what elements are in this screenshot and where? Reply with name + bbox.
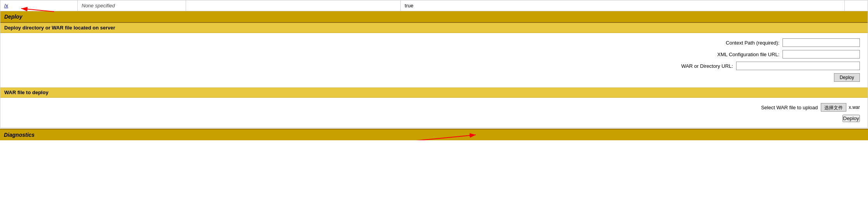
context-path-label: Context Path (required): xyxy=(726,40,779,46)
war-upload-subsection-header: WAR file to deploy xyxy=(0,88,868,98)
deploy-section: Deploy Deploy directory or WAR file loca… xyxy=(0,11,868,128)
diagnostics-title: Diagnostics xyxy=(4,132,34,138)
action-cell xyxy=(845,0,868,11)
context-path-input[interactable] xyxy=(783,38,860,47)
empty-cell xyxy=(186,0,401,11)
deploy-section-header: Deploy xyxy=(0,11,868,23)
war-dir-url-input[interactable] xyxy=(736,62,860,70)
deploy-server-form: Context Path (required): XML Configurati… xyxy=(0,33,868,88)
file-name-display: x.war xyxy=(849,105,860,110)
xml-config-input[interactable] xyxy=(783,50,860,59)
war-dir-url-row: WAR or Directory URL: xyxy=(0,60,868,72)
context-path-row: Context Path (required): xyxy=(0,37,868,48)
war-select-row: Select WAR file to upload 选择文件 x.war xyxy=(0,102,868,113)
diagnostics-section-header: Diagnostics xyxy=(0,129,868,140)
deploy-server-subsection-header: Deploy directory or WAR file located on … xyxy=(0,23,868,33)
file-input-container: 选择文件 x.war xyxy=(821,103,860,112)
deploy-title: Deploy xyxy=(4,14,22,20)
app-table: /x None specified true xyxy=(0,0,868,11)
war-upload-title: WAR file to deploy xyxy=(4,90,48,95)
none-specified: None specified xyxy=(78,0,186,11)
war-dir-url-label: WAR or Directory URL: xyxy=(681,63,733,69)
xml-config-row: XML Configuration file URL: xyxy=(0,48,868,60)
war-upload-form: Select WAR file to upload 选择文件 x.war Dep… xyxy=(0,98,868,127)
table-row: /x None specified true xyxy=(0,0,868,11)
deploy-button-row-2: Deploy xyxy=(0,113,868,124)
true-value: true xyxy=(401,0,845,11)
app-path[interactable]: /x xyxy=(0,0,78,11)
deploy-button-2[interactable]: Deploy xyxy=(842,115,860,122)
deploy-button-row-1: Deploy xyxy=(0,72,868,83)
choose-file-button[interactable]: 选择文件 xyxy=(821,103,846,112)
deploy-server-title: Deploy directory or WAR file located on … xyxy=(4,25,115,31)
deploy-button-1[interactable]: Deploy xyxy=(834,73,860,82)
war-select-label: Select WAR file to upload xyxy=(761,105,818,110)
xml-config-label: XML Configuration file URL: xyxy=(717,52,779,57)
